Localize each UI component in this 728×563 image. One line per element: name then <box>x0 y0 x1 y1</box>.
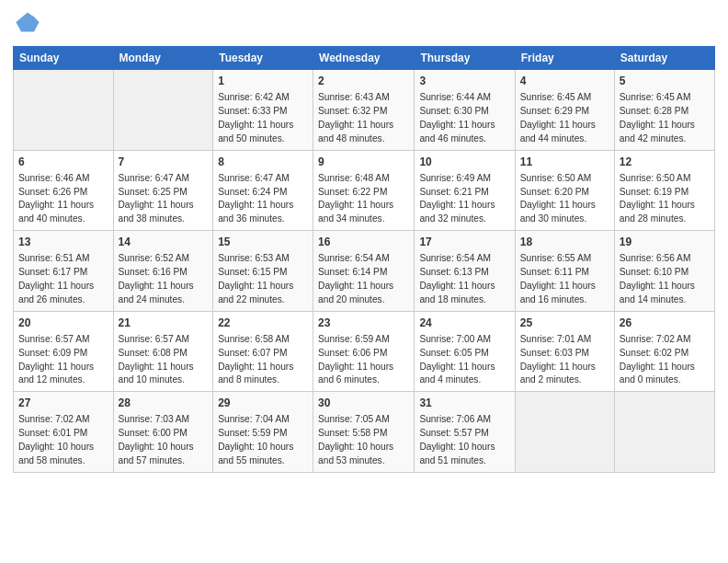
daylight-text: Daylight: 11 hours and 48 minutes. <box>318 120 393 144</box>
calendar-cell: 15Sunrise: 6:53 AMSunset: 6:15 PMDayligh… <box>213 231 313 312</box>
daylight-text: Daylight: 11 hours and 16 minutes. <box>520 281 596 304</box>
sunrise-text: Sunrise: 6:58 AM <box>218 334 290 344</box>
calendar-cell: 24Sunrise: 7:00 AMSunset: 6:05 PMDayligh… <box>415 311 515 392</box>
calendar-cell: 21Sunrise: 6:57 AMSunset: 6:08 PMDayligh… <box>113 311 213 392</box>
sunset-text: Sunset: 6:26 PM <box>18 187 87 197</box>
calendar-cell <box>614 392 714 473</box>
header-day-wednesday: Wednesday <box>313 47 415 70</box>
daylight-text: Daylight: 11 hours and 12 minutes. <box>18 362 94 385</box>
main-container: SundayMondayTuesdayWednesdayThursdayFrid… <box>0 0 728 482</box>
sunset-text: Sunset: 6:08 PM <box>119 348 188 358</box>
calendar-cell: 12Sunrise: 6:50 AMSunset: 6:19 PMDayligh… <box>614 150 714 231</box>
sunrise-text: Sunrise: 6:47 AM <box>218 173 290 183</box>
sunrise-text: Sunrise: 6:49 AM <box>419 173 491 183</box>
sunset-text: Sunset: 6:20 PM <box>520 187 589 197</box>
week-row-5: 27Sunrise: 7:02 AMSunset: 6:01 PMDayligh… <box>14 392 715 473</box>
day-number: 29 <box>218 396 308 411</box>
calendar-cell: 29Sunrise: 7:04 AMSunset: 5:59 PMDayligh… <box>213 392 313 473</box>
daylight-text: Daylight: 11 hours and 14 minutes. <box>620 281 695 304</box>
header <box>13 9 715 39</box>
calendar-cell: 25Sunrise: 7:01 AMSunset: 6:03 PMDayligh… <box>515 311 614 392</box>
day-number: 5 <box>620 74 710 89</box>
day-number: 8 <box>218 155 308 170</box>
daylight-text: Daylight: 10 hours and 53 minutes. <box>318 442 393 465</box>
calendar-cell: 20Sunrise: 6:57 AMSunset: 6:09 PMDayligh… <box>14 311 114 392</box>
calendar-table: SundayMondayTuesdayWednesdayThursdayFrid… <box>13 46 715 473</box>
daylight-text: Daylight: 11 hours and 6 minutes. <box>318 362 393 385</box>
header-day-friday: Friday <box>515 47 614 70</box>
day-number: 30 <box>318 396 409 411</box>
day-number: 24 <box>419 316 509 331</box>
sunrise-text: Sunrise: 7:04 AM <box>218 414 290 424</box>
daylight-text: Daylight: 10 hours and 51 minutes. <box>419 442 495 465</box>
sunset-text: Sunset: 5:58 PM <box>318 428 387 438</box>
calendar-cell: 6Sunrise: 6:46 AMSunset: 6:26 PMDaylight… <box>14 150 114 231</box>
sunrise-text: Sunrise: 6:47 AM <box>119 173 190 183</box>
logo <box>13 9 40 39</box>
sunset-text: Sunset: 6:01 PM <box>18 428 87 438</box>
sunset-text: Sunset: 6:02 PM <box>620 348 688 358</box>
daylight-text: Daylight: 11 hours and 26 minutes. <box>18 281 94 304</box>
sunrise-text: Sunrise: 6:51 AM <box>18 253 90 263</box>
calendar-cell <box>515 392 614 473</box>
day-number: 7 <box>119 155 209 170</box>
calendar-cell: 7Sunrise: 6:47 AMSunset: 6:25 PMDaylight… <box>113 150 213 231</box>
daylight-text: Daylight: 10 hours and 58 minutes. <box>18 442 94 465</box>
sunrise-text: Sunrise: 6:53 AM <box>218 253 290 263</box>
calendar-cell: 14Sunrise: 6:52 AMSunset: 6:16 PMDayligh… <box>113 231 213 312</box>
sunrise-text: Sunrise: 7:05 AM <box>318 414 390 424</box>
daylight-text: Daylight: 11 hours and 34 minutes. <box>318 200 393 224</box>
calendar-cell: 13Sunrise: 6:51 AMSunset: 6:17 PMDayligh… <box>14 231 114 312</box>
sunset-text: Sunset: 6:19 PM <box>620 187 688 197</box>
day-number: 9 <box>318 155 409 170</box>
calendar-cell: 19Sunrise: 6:56 AMSunset: 6:10 PMDayligh… <box>614 231 714 312</box>
calendar-cell: 5Sunrise: 6:45 AMSunset: 6:28 PMDaylight… <box>614 70 714 151</box>
daylight-text: Daylight: 11 hours and 2 minutes. <box>520 362 596 385</box>
day-number: 16 <box>318 235 409 250</box>
daylight-text: Daylight: 11 hours and 0 minutes. <box>620 362 695 385</box>
sunset-text: Sunset: 6:10 PM <box>620 267 688 277</box>
sunset-text: Sunset: 6:32 PM <box>318 106 387 116</box>
calendar-cell <box>14 70 114 151</box>
calendar-cell: 22Sunrise: 6:58 AMSunset: 6:07 PMDayligh… <box>213 311 313 392</box>
sunset-text: Sunset: 6:16 PM <box>119 267 188 277</box>
calendar-cell: 28Sunrise: 7:03 AMSunset: 6:00 PMDayligh… <box>113 392 213 473</box>
sunrise-text: Sunrise: 6:59 AM <box>318 334 390 344</box>
sunrise-text: Sunrise: 6:45 AM <box>620 92 691 102</box>
sunrise-text: Sunrise: 6:57 AM <box>119 334 190 344</box>
sunrise-text: Sunrise: 7:01 AM <box>520 334 592 344</box>
header-day-tuesday: Tuesday <box>213 47 313 70</box>
sunset-text: Sunset: 6:11 PM <box>520 267 589 277</box>
daylight-text: Daylight: 11 hours and 32 minutes. <box>419 200 495 224</box>
calendar-cell: 4Sunrise: 6:45 AMSunset: 6:29 PMDaylight… <box>515 70 614 151</box>
calendar-cell: 23Sunrise: 6:59 AMSunset: 6:06 PMDayligh… <box>313 311 415 392</box>
sunset-text: Sunset: 6:05 PM <box>419 348 488 358</box>
day-number: 11 <box>520 155 609 170</box>
sunrise-text: Sunrise: 7:02 AM <box>620 334 691 344</box>
sunset-text: Sunset: 5:59 PM <box>218 428 287 438</box>
day-number: 28 <box>119 396 209 411</box>
sunrise-text: Sunrise: 6:54 AM <box>419 253 491 263</box>
sunrise-text: Sunrise: 7:02 AM <box>18 414 90 424</box>
sunset-text: Sunset: 6:25 PM <box>119 187 188 197</box>
sunset-text: Sunset: 6:14 PM <box>318 267 387 277</box>
sunrise-text: Sunrise: 6:50 AM <box>520 173 592 183</box>
calendar-cell <box>113 70 213 151</box>
sunrise-text: Sunrise: 6:42 AM <box>218 92 290 102</box>
svg-marker-0 <box>16 13 39 32</box>
calendar-cell: 31Sunrise: 7:06 AMSunset: 5:57 PMDayligh… <box>415 392 515 473</box>
calendar-cell: 27Sunrise: 7:02 AMSunset: 6:01 PMDayligh… <box>14 392 114 473</box>
sunrise-text: Sunrise: 7:06 AM <box>419 414 491 424</box>
sunset-text: Sunset: 6:09 PM <box>18 348 87 358</box>
sunrise-text: Sunrise: 6:54 AM <box>318 253 390 263</box>
sunset-text: Sunset: 6:15 PM <box>218 267 287 277</box>
daylight-text: Daylight: 11 hours and 30 minutes. <box>520 200 596 224</box>
week-row-4: 20Sunrise: 6:57 AMSunset: 6:09 PMDayligh… <box>14 311 715 392</box>
sunset-text: Sunset: 6:30 PM <box>419 106 488 116</box>
sunset-text: Sunset: 6:06 PM <box>318 348 387 358</box>
sunset-text: Sunset: 6:22 PM <box>318 187 387 197</box>
sunrise-text: Sunrise: 6:50 AM <box>620 173 691 183</box>
daylight-text: Daylight: 11 hours and 8 minutes. <box>218 362 293 385</box>
sunset-text: Sunset: 6:07 PM <box>218 348 287 358</box>
day-number: 23 <box>318 316 409 331</box>
